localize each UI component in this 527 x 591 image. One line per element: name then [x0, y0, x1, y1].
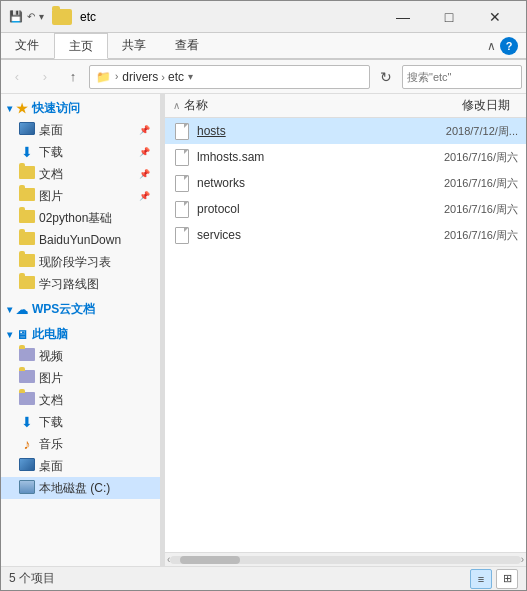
music-icon: ♪	[19, 436, 35, 452]
pc-docs-folder-icon	[19, 392, 35, 408]
ribbon-collapse-icon[interactable]: ∧	[487, 39, 496, 53]
tab-file[interactable]: 文件	[1, 33, 54, 58]
window-controls: — □ ✕	[380, 1, 518, 33]
sidebar-music-label: 音乐	[39, 436, 150, 453]
sidebar-item-02python[interactable]: 02python基础	[1, 207, 160, 229]
protocol-file-date: 2016/7/16/周六	[398, 202, 518, 217]
networks-file-date: 2016/7/16/周六	[398, 176, 518, 191]
sidebar-baiduyun-label: BaiduYunDown	[39, 233, 150, 247]
minimize-button[interactable]: —	[380, 1, 426, 33]
02python-folder-icon	[19, 210, 35, 226]
sidebar-item-pc-docs[interactable]: 文档	[1, 389, 160, 411]
path-home-icon: 📁	[96, 70, 111, 84]
title-folder-icon	[52, 9, 76, 25]
sidebar-thispc-header[interactable]: ▾ 🖥 此电脑	[1, 324, 160, 345]
sidebar-item-download[interactable]: ⬇ 下载 📌	[1, 141, 160, 163]
column-date-header[interactable]: 修改日期	[398, 97, 518, 114]
protocol-file-icon	[173, 201, 191, 217]
sidebar-item-drive-c[interactable]: 本地磁盘 (C:)	[1, 477, 160, 499]
maximize-button[interactable]: □	[426, 1, 472, 33]
path-segment-drivers[interactable]: drivers	[122, 70, 158, 84]
quick-save-icon[interactable]: 💾	[9, 10, 23, 23]
nav-back-button[interactable]: ‹	[5, 65, 29, 89]
lmhosts-file-date: 2016/7/16/周六	[398, 150, 518, 165]
search-input[interactable]	[407, 71, 527, 83]
path-segment-etc[interactable]: etc	[168, 70, 184, 84]
videos-folder-icon	[19, 348, 35, 364]
status-bar: 5 个项目 ≡ ⊞	[1, 566, 526, 590]
quick-undo-icon[interactable]: ↶	[27, 10, 35, 23]
hscrollbar-thumb[interactable]	[180, 556, 240, 564]
file-item-lmhosts[interactable]: lmhosts.sam 2016/7/16/周六	[165, 144, 526, 170]
window-title: etc	[80, 10, 380, 24]
sidebar-pictures-label: 图片	[39, 188, 133, 205]
path-separator-1: ›	[161, 71, 165, 83]
sidebar-item-desktop[interactable]: 桌面 📌	[1, 119, 160, 141]
file-item-networks[interactable]: networks 2016/7/16/周六	[165, 170, 526, 196]
pin-icon-download: 📌	[139, 147, 150, 157]
sidebar-pc-download-label: 下载	[39, 414, 150, 431]
path-chevron-1[interactable]: ›	[113, 71, 120, 82]
address-bar: ‹ › ↑ 📁 › drivers › etc ▾ ↻ 🔍	[1, 60, 526, 94]
sidebar-documents-label: 文档	[39, 166, 133, 183]
quickaccess-collapse-icon: ▾	[7, 103, 12, 114]
hosts-file-icon	[173, 123, 191, 139]
hscrollbar-track[interactable]	[170, 556, 520, 564]
tab-home[interactable]: 主页	[54, 33, 108, 59]
sidebar-item-documents[interactable]: 文档 📌	[1, 163, 160, 185]
cloud-collapse-icon: ▾	[7, 304, 12, 315]
sidebar-drive-c-label: 本地磁盘 (C:)	[39, 480, 150, 497]
sidebar-item-learntable[interactable]: 现阶段学习表	[1, 251, 160, 273]
services-file-icon	[173, 227, 191, 243]
ribbon-help-icon[interactable]: ?	[500, 37, 518, 55]
sidebar-item-baiduyun[interactable]: BaiduYunDown	[1, 229, 160, 251]
sidebar-item-pc-download[interactable]: ⬇ 下载	[1, 411, 160, 433]
sidebar-pc-desktop-label: 桌面	[39, 458, 150, 475]
address-path[interactable]: 📁 › drivers › etc ▾	[89, 65, 370, 89]
cloud-icon-wps: ☁	[16, 303, 28, 317]
sidebar-quickaccess-label: 快速访问	[32, 100, 80, 117]
tab-view[interactable]: 查看	[161, 33, 214, 58]
networks-file-icon	[173, 175, 191, 191]
sidebar-item-music[interactable]: ♪ 音乐	[1, 433, 160, 455]
tab-share[interactable]: 共享	[108, 33, 161, 58]
sidebar-quickaccess-header[interactable]: ▾ ★ 快速访问	[1, 98, 160, 119]
sidebar-item-pc-pictures[interactable]: 图片	[1, 367, 160, 389]
view-large-button[interactable]: ⊞	[496, 569, 518, 589]
sidebar-item-videos[interactable]: 视频	[1, 345, 160, 367]
download-icon: ⬇	[19, 144, 35, 160]
documents-folder-icon	[19, 166, 35, 182]
sidebar-item-pictures[interactable]: 图片 📌	[1, 185, 160, 207]
sidebar-thispc-label: 此电脑	[32, 326, 68, 343]
view-list-button[interactable]: ≡	[470, 569, 492, 589]
search-box[interactable]: 🔍	[402, 65, 522, 89]
nav-forward-button[interactable]: ›	[33, 65, 57, 89]
path-dropdown-icon[interactable]: ▾	[186, 71, 195, 82]
sidebar-item-learnmap[interactable]: 学习路线图	[1, 273, 160, 295]
close-button[interactable]: ✕	[472, 1, 518, 33]
column-name-header[interactable]: 名称	[184, 97, 398, 114]
file-item-services[interactable]: services 2016/7/16/周六	[165, 222, 526, 248]
file-item-hosts[interactable]: hosts 2018/7/12/周...	[165, 118, 526, 144]
sidebar-learntable-label: 现阶段学习表	[39, 254, 150, 271]
sidebar-section-quickaccess: ▾ ★ 快速访问 桌面 📌 ⬇ 下载 📌	[1, 98, 160, 295]
protocol-file-name: protocol	[197, 202, 398, 216]
file-list: hosts 2018/7/12/周... lmhosts.sam 2016/7/…	[165, 118, 526, 552]
sidebar-cloud-header[interactable]: ▾ ☁ WPS云文档	[1, 299, 160, 320]
sidebar-item-pc-desktop[interactable]: 桌面	[1, 455, 160, 477]
pin-icon-docs: 📌	[139, 169, 150, 179]
refresh-button[interactable]: ↻	[374, 65, 398, 89]
file-item-protocol[interactable]: protocol 2016/7/16/周六	[165, 196, 526, 222]
services-file-name: services	[197, 228, 398, 242]
title-bar-quick-access: 💾 ↶ ▾	[9, 10, 44, 23]
sidebar-section-cloud: ▾ ☁ WPS云文档	[1, 299, 160, 320]
sidebar-cloud-label: WPS云文档	[32, 301, 95, 318]
file-list-header: ∧ 名称 修改日期	[165, 94, 526, 118]
hscroll-right-icon[interactable]: ›	[521, 554, 524, 565]
horizontal-scrollbar[interactable]: ‹ ›	[165, 552, 526, 566]
ribbon: 文件 主页 共享 查看 ∧ ?	[1, 33, 526, 60]
nav-up-button[interactable]: ↑	[61, 65, 85, 89]
title-bar: 💾 ↶ ▾ etc — □ ✕	[1, 1, 526, 33]
ribbon-tabs: 文件 主页 共享 查看 ∧ ?	[1, 33, 526, 59]
quick-more-icon[interactable]: ▾	[39, 10, 44, 23]
